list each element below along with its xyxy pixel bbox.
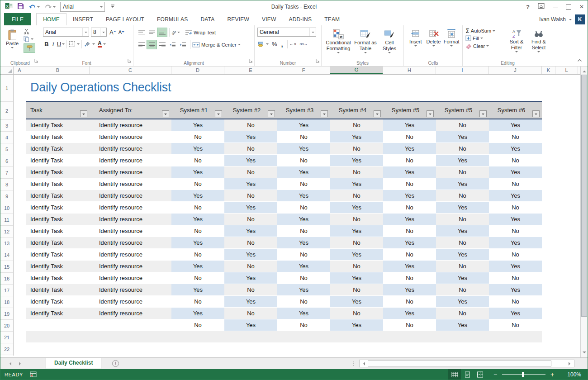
table-cell[interactable]: No <box>277 155 330 166</box>
table-cell[interactable]: No <box>383 131 436 143</box>
ribbon-tab-review[interactable]: REVIEW <box>221 13 256 25</box>
table-cell[interactable]: Yes <box>436 225 489 237</box>
column-header-D[interactable]: D <box>171 66 224 74</box>
table-cell[interactable]: No <box>489 272 542 284</box>
table-cell[interactable]: Identify Task <box>26 261 90 272</box>
table-cell[interactable]: Identify Task <box>26 272 90 284</box>
align-center-button[interactable] <box>147 40 157 49</box>
table-empty-row[interactable] <box>26 331 542 343</box>
table-cell[interactable]: No <box>489 249 542 261</box>
zoom-slider[interactable] <box>502 374 545 375</box>
filter-button[interactable] <box>80 110 87 117</box>
table-cell[interactable]: No <box>171 225 224 237</box>
table-cell[interactable]: Yes <box>489 143 542 155</box>
table-cell[interactable]: Yes <box>277 143 330 155</box>
table-cell[interactable]: Yes <box>277 284 330 296</box>
qat-font-select[interactable]: Arial <box>60 2 105 12</box>
table-cell[interactable]: No <box>330 284 383 296</box>
sheet-nav-prev-button[interactable] <box>8 362 11 366</box>
minimize-button[interactable] <box>553 8 558 8</box>
table-cell[interactable]: Yes <box>224 178 277 190</box>
table-cell[interactable]: Yes <box>383 143 436 155</box>
save-icon[interactable] <box>17 3 24 11</box>
table-cell[interactable]: No <box>171 155 224 166</box>
table-header-cell[interactable]: System #5 <box>383 102 436 119</box>
ribbon-tab-file[interactable]: FILE <box>4 13 31 25</box>
format-painter-button[interactable] <box>24 43 35 53</box>
view-page-layout-button[interactable] <box>461 369 474 380</box>
decrease-indent-button[interactable] <box>167 40 178 49</box>
table-cell[interactable]: Yes <box>330 319 383 331</box>
table-cell[interactable]: Yes <box>171 214 224 225</box>
table-header-cell[interactable]: System #3 <box>277 102 330 119</box>
row-header-16[interactable]: 16 <box>0 273 13 285</box>
filter-button[interactable] <box>374 110 381 117</box>
table-cell[interactable]: No <box>436 284 489 296</box>
table-cell[interactable]: No <box>277 296 330 308</box>
increase-decimal-button[interactable]: ←.0 <box>289 42 296 46</box>
column-header-B[interactable]: B <box>26 66 90 74</box>
table-cell[interactable]: Yes <box>489 237 542 249</box>
table-cell[interactable]: No <box>489 202 542 214</box>
column-header-K[interactable]: K <box>542 66 555 74</box>
row-header-10[interactable]: 10 <box>0 202 13 214</box>
table-cell[interactable]: Identify Task <box>26 190 90 202</box>
table-cell[interactable]: Yes <box>436 178 489 190</box>
scroll-right-button[interactable] <box>569 362 572 366</box>
sort-filter-button[interactable]: AZ Sort & Filter <box>505 28 528 54</box>
table-cell[interactable]: No <box>277 319 330 331</box>
wrap-text-button[interactable]: Wrap Text <box>185 30 216 35</box>
table-cell[interactable]: Yes <box>171 119 224 131</box>
table-cell[interactable]: Yes <box>171 237 224 249</box>
table-cell[interactable]: No <box>277 249 330 261</box>
sheet-tab-daily-checklist[interactable]: Daily Checklist <box>46 358 101 370</box>
table-cell[interactable]: Yes <box>171 284 224 296</box>
table-cell[interactable]: No <box>224 261 277 272</box>
alignment-dialog-launcher-icon[interactable] <box>249 57 253 65</box>
table-cell[interactable]: Identify resource <box>90 178 171 190</box>
table-cell[interactable]: Yes <box>277 190 330 202</box>
table-cell[interactable]: No <box>436 308 489 319</box>
table-cell[interactable]: Yes <box>224 202 277 214</box>
account-area[interactable]: Ivan Walsh K <box>539 14 585 25</box>
table-cell[interactable]: Yes <box>171 261 224 272</box>
macro-record-icon[interactable] <box>30 371 37 377</box>
grow-font-button[interactable]: A <box>109 29 116 36</box>
table-cell[interactable]: No <box>330 214 383 225</box>
table-header-cell[interactable]: System #1 <box>171 102 224 119</box>
table-header-cell[interactable]: Assigned To: <box>90 102 171 119</box>
table-cell[interactable]: Yes <box>436 155 489 166</box>
undo-dropdown-icon[interactable] <box>37 6 40 9</box>
maximize-button[interactable] <box>566 5 571 10</box>
table-cell[interactable]: Yes <box>171 308 224 319</box>
sheet-title-cell[interactable]: Daily Operations Checklist <box>30 81 171 95</box>
account-dropdown-icon[interactable] <box>569 19 572 22</box>
table-cell[interactable]: Yes <box>489 214 542 225</box>
find-select-button[interactable]: Find & Select <box>528 28 550 54</box>
align-middle-button[interactable] <box>147 28 157 37</box>
decrease-decimal-button[interactable]: .00→ <box>299 42 307 46</box>
table-cell[interactable]: No <box>436 119 489 131</box>
table-cell[interactable]: No <box>330 190 383 202</box>
insert-button[interactable]: Insert <box>407 28 425 48</box>
percent-button[interactable]: % <box>272 41 277 48</box>
row-header-4[interactable]: 4 <box>0 132 13 143</box>
table-cell[interactable]: Identify Task <box>26 155 90 166</box>
undo-button[interactable] <box>28 4 40 10</box>
table-cell[interactable]: No <box>277 272 330 284</box>
table-cell[interactable]: No <box>489 296 542 308</box>
table-cell[interactable]: Yes <box>330 178 383 190</box>
table-cell[interactable]: Yes <box>171 190 224 202</box>
table-cell[interactable]: Identify resource <box>90 261 171 272</box>
number-format-select[interactable]: General <box>257 28 316 37</box>
zoom-in-button[interactable]: + <box>548 371 557 378</box>
bold-button[interactable]: B <box>43 41 50 48</box>
ribbon-tab-view[interactable]: VIEW <box>256 13 282 25</box>
table-cell[interactable]: Identify Task <box>26 225 90 237</box>
redo-dropdown-icon[interactable] <box>53 6 56 9</box>
table-cell[interactable]: Yes <box>383 261 436 272</box>
column-header-F[interactable]: F <box>277 66 330 74</box>
orientation-button[interactable]: ab <box>171 30 180 35</box>
table-cell[interactable]: Identify resource <box>90 308 171 319</box>
table-cell[interactable]: Yes <box>330 155 383 166</box>
